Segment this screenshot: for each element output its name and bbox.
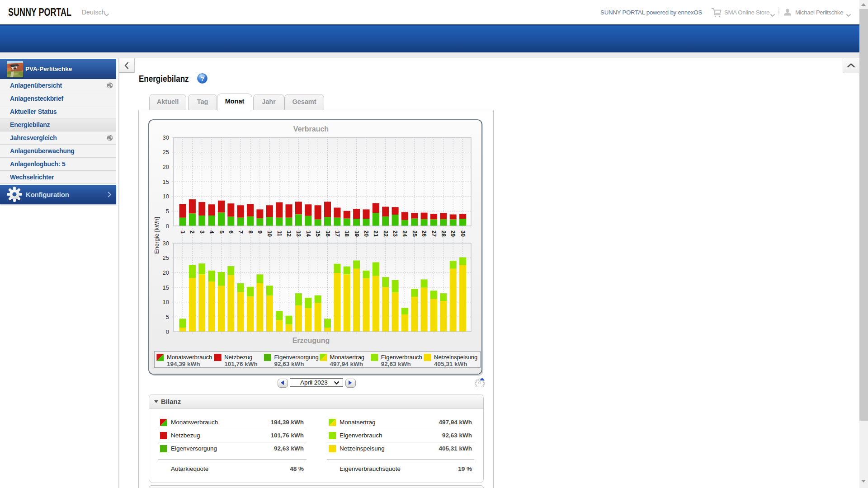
svg-text:101,76 kWh: 101,76 kWh — [224, 361, 258, 367]
svg-text:11: 11 — [276, 230, 283, 236]
svg-text:?: ? — [200, 75, 204, 82]
svg-text:0: 0 — [166, 223, 169, 230]
svg-text:16: 16 — [325, 230, 331, 237]
svg-text:Monatsverbrauch: Monatsverbrauch — [167, 354, 212, 361]
svg-text:Energie [kWh]: Energie [kWh] — [153, 217, 160, 254]
svg-text:5: 5 — [166, 208, 169, 215]
svg-text:2: 2 — [189, 230, 195, 234]
svg-text:23: 23 — [392, 230, 398, 237]
svg-text:5: 5 — [166, 314, 169, 320]
svg-text:Monatsertrag: Monatsertrag — [330, 354, 365, 361]
svg-text:22: 22 — [382, 230, 389, 237]
svg-text:5: 5 — [218, 230, 225, 234]
svg-text:26: 26 — [421, 230, 427, 237]
svg-text:9: 9 — [257, 230, 263, 234]
svg-text:20: 20 — [163, 164, 169, 170]
svg-text:25: 25 — [411, 230, 418, 237]
svg-text:405,31 kWh: 405,31 kWh — [434, 361, 467, 367]
svg-text:Netzbezug: Netzbezug — [224, 354, 252, 361]
svg-text:92,63 kWh: 92,63 kWh — [274, 361, 304, 367]
svg-text:30: 30 — [163, 134, 169, 141]
svg-text:30: 30 — [460, 230, 466, 237]
svg-text:Eigenversorgung: Eigenversorgung — [274, 354, 318, 361]
svg-text:19: 19 — [354, 230, 360, 237]
svg-text:27: 27 — [431, 230, 437, 237]
svg-text:14: 14 — [305, 230, 311, 237]
svg-text:21: 21 — [373, 230, 379, 237]
svg-text:15: 15 — [315, 230, 321, 237]
svg-text:194,39 kWh: 194,39 kWh — [167, 361, 200, 367]
svg-text:18: 18 — [344, 230, 350, 237]
svg-text:7: 7 — [237, 230, 244, 234]
svg-text:Erzeugung: Erzeugung — [292, 337, 330, 344]
svg-text:Verbrauch: Verbrauch — [293, 125, 329, 133]
svg-text:8: 8 — [247, 230, 254, 234]
svg-text:20: 20 — [163, 269, 169, 276]
svg-text:10: 10 — [266, 230, 273, 237]
svg-text:4: 4 — [208, 230, 215, 234]
svg-text:Eigenverbrauch: Eigenverbrauch — [381, 354, 422, 361]
svg-text:30: 30 — [163, 240, 169, 247]
svg-text:3: 3 — [199, 230, 205, 234]
svg-text:25: 25 — [163, 254, 169, 261]
svg-text:6: 6 — [228, 230, 234, 234]
svg-text:29: 29 — [450, 230, 456, 237]
svg-text:497,94 kWh: 497,94 kWh — [330, 361, 363, 367]
svg-text:15: 15 — [163, 178, 169, 185]
svg-text:12: 12 — [286, 230, 292, 237]
svg-text:15: 15 — [163, 284, 169, 291]
svg-text:10: 10 — [163, 299, 169, 305]
svg-text:17: 17 — [334, 230, 340, 237]
svg-text:13: 13 — [295, 230, 302, 237]
svg-text:25: 25 — [163, 149, 169, 155]
svg-text:10: 10 — [163, 193, 169, 200]
svg-text:Netzeinspeisung: Netzeinspeisung — [434, 354, 477, 361]
svg-text:20: 20 — [363, 230, 369, 237]
svg-text:1: 1 — [179, 230, 186, 234]
svg-text:0: 0 — [166, 328, 169, 335]
svg-text:92,63 kWh: 92,63 kWh — [381, 361, 411, 367]
svg-text:28: 28 — [440, 230, 447, 237]
svg-text:24: 24 — [401, 230, 408, 237]
